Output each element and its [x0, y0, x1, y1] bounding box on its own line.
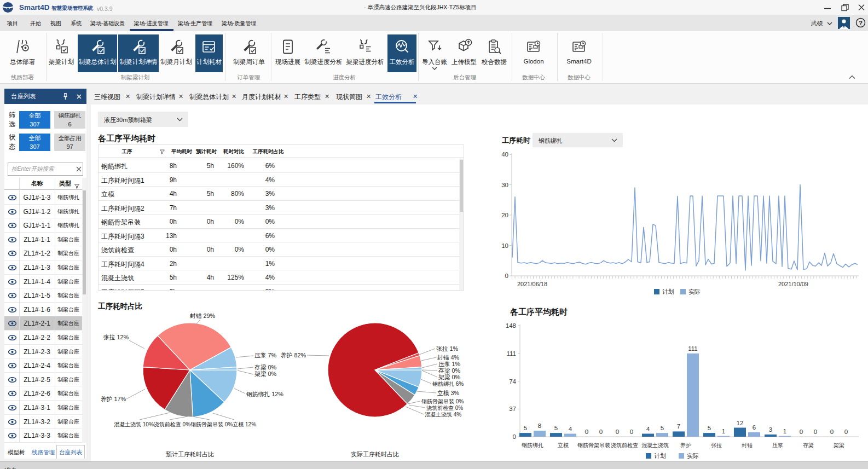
- svg-text:养护 17%: 养护 17%: [101, 396, 126, 402]
- svg-text:74: 74: [509, 378, 516, 385]
- svg-text:5: 5: [661, 425, 664, 431]
- svg-text:148: 148: [506, 322, 516, 329]
- svg-text:0: 0: [800, 429, 803, 435]
- svg-text:压浆 7%: 压浆 7%: [254, 352, 277, 358]
- svg-text:0: 0: [844, 429, 848, 435]
- svg-text:1: 1: [783, 428, 786, 435]
- svg-text:0: 0: [505, 273, 508, 279]
- svg-text:0: 0: [585, 429, 588, 435]
- svg-text:钢筋绑扎 12%: 钢筋绑扎 12%: [246, 391, 283, 397]
- svg-text:0: 0: [830, 429, 834, 435]
- svg-text:钢筋绑扎: 钢筋绑扎: [522, 442, 543, 448]
- svg-text:存梁: 存梁: [803, 442, 814, 448]
- svg-text:封锚 29%: 封锚 29%: [189, 312, 216, 319]
- svg-text:?: ?: [859, 20, 863, 26]
- svg-text:2021/10/09: 2021/10/09: [778, 281, 808, 287]
- svg-text:压浆 1%: 压浆 1%: [438, 361, 461, 367]
- svg-text:37: 37: [509, 406, 516, 412]
- svg-text:1: 1: [722, 428, 725, 435]
- svg-text:0: 0: [599, 429, 603, 435]
- svg-text:压浆: 压浆: [772, 442, 783, 448]
- svg-text:10: 10: [501, 242, 508, 249]
- svg-text:3: 3: [769, 426, 772, 433]
- svg-text:钢筋骨架吊装 0%: 钢筋骨架吊装 0%: [421, 398, 464, 404]
- svg-text:养护: 养护: [680, 442, 691, 448]
- svg-text:0: 0: [616, 429, 619, 435]
- svg-text:12: 12: [737, 420, 744, 426]
- svg-text:5: 5: [554, 425, 558, 431]
- svg-text:111: 111: [507, 350, 516, 357]
- svg-text:混凝土浇筑: 混凝土浇筑: [641, 442, 669, 448]
- svg-text:计划: 计划: [662, 288, 674, 295]
- svg-text:实际工序耗时占比: 实际工序耗时占比: [351, 451, 399, 458]
- svg-text:立模 3%: 立模 3%: [437, 390, 460, 396]
- svg-text:张拉: 张拉: [711, 442, 722, 448]
- svg-text:4: 4: [569, 426, 572, 432]
- svg-text:实际: 实际: [688, 288, 701, 295]
- svg-text:预计工序耗时占比: 预计工序耗时占比: [166, 451, 214, 458]
- svg-text:2021/06/18: 2021/06/18: [517, 281, 547, 287]
- svg-text:计划: 计划: [654, 453, 666, 459]
- svg-text:5: 5: [708, 425, 711, 431]
- svg-text:架梁 0%: 架梁 0%: [438, 374, 461, 380]
- svg-text:40: 40: [501, 151, 508, 158]
- svg-text:111: 111: [688, 345, 697, 352]
- svg-text:0: 0: [630, 429, 633, 435]
- svg-text:钢筋骨架吊装: 钢筋骨架吊装: [577, 442, 610, 448]
- svg-text:浇筑前检查 0%: 浇筑前检查 0%: [426, 405, 463, 411]
- svg-text:8: 8: [538, 422, 541, 429]
- svg-text:张拉 1%: 张拉 1%: [436, 345, 459, 352]
- svg-text:6: 6: [753, 424, 756, 431]
- svg-text:混凝土浇筑 10%浇筑前检查 0%钢筋骨架吊装 0%立模 1: 混凝土浇筑 10%浇筑前检查 0%钢筋骨架吊装 0%立模 12%: [114, 421, 256, 427]
- svg-text:4: 4: [646, 426, 650, 432]
- svg-text:封锚 4%: 封锚 4%: [437, 354, 460, 361]
- svg-text:封锚: 封锚: [742, 442, 753, 448]
- svg-text:立模: 立模: [558, 442, 569, 448]
- svg-text:养护 82%: 养护 82%: [281, 352, 306, 358]
- svg-text:存梁 0%: 存梁 0%: [438, 367, 461, 374]
- svg-text:张拉 12%: 张拉 12%: [103, 334, 129, 340]
- svg-text:架梁: 架梁: [834, 442, 844, 448]
- svg-text:实际: 实际: [687, 453, 699, 459]
- svg-text:存梁 0%: 存梁 0%: [254, 364, 277, 370]
- svg-text:架梁 0%: 架梁 0%: [254, 370, 277, 377]
- svg-text:7: 7: [677, 423, 680, 430]
- svg-text:0: 0: [513, 433, 516, 440]
- svg-text:混凝土浇筑 4%: 混凝土浇筑 4%: [425, 412, 461, 418]
- svg-text:30: 30: [501, 182, 508, 188]
- svg-text:钢筋绑扎 6%: 钢筋绑扎 6%: [432, 381, 464, 387]
- svg-text:0: 0: [814, 429, 817, 435]
- svg-text:20: 20: [501, 212, 508, 218]
- svg-text:浇筑前检查: 浇筑前检查: [611, 442, 638, 448]
- svg-text:5: 5: [524, 425, 527, 431]
